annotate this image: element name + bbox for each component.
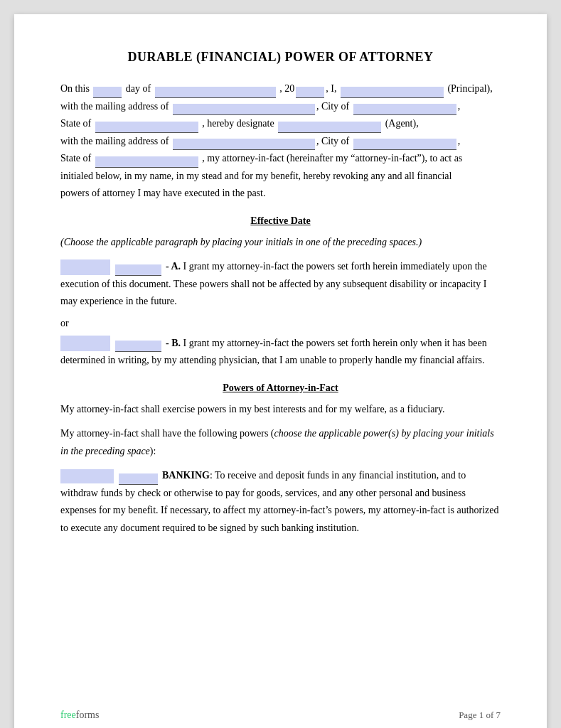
principal-state-field[interactable]: [95, 122, 198, 133]
page-footer: freeforms Page 1 of 7: [60, 710, 501, 721]
option-a-initials-box[interactable]: [60, 259, 110, 275]
banking-initials-line[interactable]: [119, 473, 158, 485]
brand-forms: forms: [76, 710, 100, 720]
effective-date-heading: Effective Date: [60, 215, 501, 227]
agent-name-field[interactable]: [278, 122, 381, 133]
brand-logo: freeforms: [60, 710, 99, 721]
intro-paragraph: On this day of , 20, I, (Principal), wit…: [60, 80, 501, 203]
year-field[interactable]: [296, 87, 324, 98]
document-page: DURABLE (FINANCIAL) POWER OF ATTORNEY On…: [14, 14, 547, 728]
agent-state-field[interactable]: [95, 156, 198, 168]
principal-name-field[interactable]: [341, 87, 444, 98]
option-a-initials-line[interactable]: [115, 264, 161, 276]
or-separator: or: [60, 318, 501, 329]
document-title: DURABLE (FINANCIAL) POWER OF ATTORNEY: [60, 50, 501, 65]
option-b-initials-box[interactable]: [60, 336, 110, 351]
powers-para2: My attorney-in-fact shall have the follo…: [60, 425, 501, 460]
powers-heading: Powers of Attorney-in-Fact: [60, 382, 501, 394]
intro-line4: with the mailing address of , City of ,: [60, 136, 460, 146]
brand-free: free: [60, 710, 76, 720]
month-field[interactable]: [155, 87, 276, 98]
agent-address-field[interactable]: [173, 139, 315, 150]
option-b-paragraph: - B. I grant my attorney-in-fact the pow…: [60, 335, 501, 370]
page-number: Page 1 of 7: [459, 710, 501, 721]
powers-para1: My attorney-in-fact shall exercise power…: [60, 401, 501, 419]
principal-city-field[interactable]: [353, 104, 456, 115]
option-b-initials-line[interactable]: [115, 341, 161, 352]
effective-date-instruction: (Choose the applicable paragraph by plac…: [60, 234, 501, 252]
intro-line6: initialed below, in my name, in my stead…: [60, 171, 452, 181]
intro-line5: State of , my attorney-in-fact (hereinaf…: [60, 153, 462, 164]
banking-initials-box[interactable]: [60, 469, 114, 483]
intro-line7: powers of attorney I may have executed i…: [60, 188, 265, 198]
principal-address-field[interactable]: [173, 104, 315, 115]
banking-paragraph: BANKING: To receive and deposit funds in…: [60, 467, 501, 537]
intro-line2: with the mailing address of , City of ,: [60, 101, 460, 112]
option-a-paragraph: - A. I grant my attorney-in-fact the pow…: [60, 258, 501, 311]
intro-line3: State of , hereby designate (Agent),: [60, 118, 419, 129]
banking-label: BANKING: [162, 470, 210, 481]
agent-city-field[interactable]: [353, 139, 456, 150]
intro-line1: On this day of , 20, I, (Principal),: [60, 83, 493, 94]
day-field[interactable]: [93, 87, 122, 98]
